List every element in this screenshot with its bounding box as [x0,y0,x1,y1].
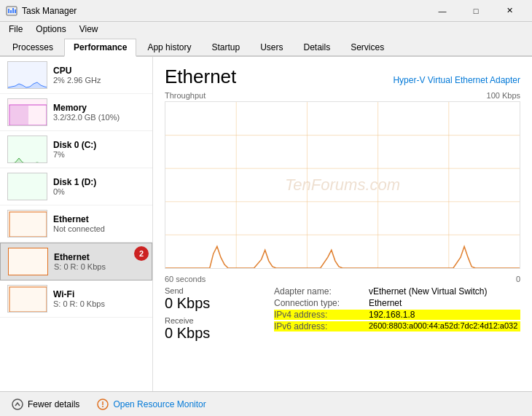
chart-throughput-label: Throughput [165,91,206,100]
svg-rect-2 [10,10,12,13]
wifi-sub: S: 0 R: 0 Kbps [53,299,145,308]
ipv6-val: 2600:8803:a000:44:a52d:7dc2:4d12:a032 [369,321,517,331]
info-row-conntype: Connection type: Ethernet [274,298,520,308]
memory-sub: 3.2/32.0 GB (10%) [53,113,145,122]
chart-time-label: 60 seconds [165,275,206,283]
svg-rect-9 [9,212,47,237]
open-resource-monitor-button[interactable]: Open Resource Monitor [94,397,208,412]
disk1-info: Disk 1 (D:) 0% [53,177,145,196]
app-title: Task Manager [22,6,77,16]
main-content: CPU 2% 2.96 GHz Memory 3.2/32.0 GB (10%) [0,57,532,391]
sidebar-item-wifi[interactable]: Wi-Fi S: 0 R: 0 Kbps [0,280,152,318]
tab-details[interactable]: Details [294,39,340,55]
chart-label-bottom: 60 seconds 0 [165,275,520,283]
conntype-val: Ethernet [369,298,402,308]
wifi-mini-graph [7,285,47,313]
svg-rect-4 [15,9,16,13]
cpu-info: CPU 2% 2.96 GHz [53,66,145,85]
eth1-sub: Not connected [53,224,145,233]
bottom-bar: Fewer details Open Resource Monitor [0,391,532,416]
cpu-sub: 2% 2.96 GHz [53,76,145,85]
tab-processes[interactable]: Processes [3,39,63,55]
sidebar-item-ethernet-notconn[interactable]: Ethernet Not connected [0,205,152,243]
sidebar-item-cpu[interactable]: CPU 2% 2.96 GHz [0,57,152,94]
sidebar-item-disk0[interactable]: Disk 0 (C:) 7% [0,131,152,168]
info-row-ipv4: IPv4 address: 192.168.1.8 [274,310,520,320]
sidebar-item-ethernet-active[interactable]: Ethernet S: 0 R: 0 Kbps 2 [0,243,152,280]
svg-rect-7 [10,106,28,125]
receive-label: Receive [165,316,259,325]
title-bar: Task Manager — □ ✕ [0,0,532,22]
detail-panel: Ethernet Hyper-V Virtual Ethernet Adapte… [153,57,532,391]
fewer-details-button[interactable]: Fewer details [9,397,82,412]
menu-file[interactable]: File [3,23,28,36]
tab-users[interactable]: Users [251,39,292,55]
eth-active-info: Ethernet S: 0 R: 0 Kbps [54,252,144,271]
menu-options[interactable]: Options [30,23,71,36]
sidebar: CPU 2% 2.96 GHz Memory 3.2/32.0 GB (10%) [0,57,153,391]
info-table: Adapter name: vEthernet (New Virtual Swi… [274,286,520,342]
tab-performance[interactable]: Performance [64,39,136,57]
minimize-button[interactable]: — [426,0,459,22]
chart-svg [165,102,520,268]
eth-active-name: Ethernet [54,252,144,262]
disk0-mini-graph [7,136,47,163]
chart-area: TenForums.com [165,101,520,269]
fewer-details-label: Fewer details [28,399,79,409]
ipv6-key: IPv6 address: [274,321,369,331]
eth1-name: Ethernet [53,214,145,224]
chart-label-top: Throughput 100 Kbps [165,91,520,100]
send-stat: Send 0 Kbps [165,286,259,312]
sidebar-item-memory[interactable]: Memory 3.2/32.0 GB (10%) [0,94,152,131]
info-row-adapter: Adapter name: vEthernet (New Virtual Swi… [274,286,520,297]
menu-view[interactable]: View [74,23,104,36]
wifi-name: Wi-Fi [53,289,145,299]
sidebar-item-disk1[interactable]: Disk 1 (D:) 0% [0,168,152,205]
svg-rect-3 [12,8,14,13]
stats-col: Send 0 Kbps Receive 0 Kbps [165,286,259,342]
disk1-name: Disk 1 (D:) [53,177,145,187]
menu-bar: File Options View [0,22,532,36]
svg-point-22 [102,406,103,407]
maximize-button[interactable]: □ [459,0,493,22]
tab-services[interactable]: Services [341,39,394,55]
memory-mini-graph [7,98,47,126]
open-monitor-label: Open Resource Monitor [113,399,206,409]
detail-subtitle: Hyper-V Virtual Ethernet Adapter [393,75,520,85]
chart-min-label: 0 [516,275,520,283]
conntype-key: Connection type: [274,298,369,308]
ipv4-key: IPv4 address: [274,310,369,320]
receive-stat: Receive 0 Kbps [165,316,259,342]
svg-rect-10 [9,287,47,312]
send-label: Send [165,286,259,295]
memory-name: Memory [53,103,145,113]
close-button[interactable]: ✕ [493,0,526,22]
app-icon-area [6,5,17,17]
svg-rect-1 [8,9,9,13]
eth1-mini-graph [7,210,47,238]
wifi-info: Wi-Fi S: 0 R: 0 Kbps [53,289,145,308]
info-row-ipv6: IPv6 address: 2600:8803:a000:44:a52d:7dc… [274,321,520,331]
chart-max-label: 100 Kbps [487,91,520,100]
tab-apphistory[interactable]: App history [138,39,200,55]
eth1-info: Ethernet Not connected [53,214,145,233]
badge-2: 2 [134,246,149,261]
window-controls: — □ ✕ [426,0,526,22]
stats-info-area: Send 0 Kbps Receive 0 Kbps Adapter name:… [165,286,520,342]
tab-bar: Processes Performance App history Startu… [0,36,532,57]
resource-monitor-icon [97,399,109,410]
chevron-up-icon [12,399,23,410]
disk1-mini-graph [7,173,47,200]
eth-active-mini-graph [8,248,48,275]
disk0-name: Disk 0 (C:) [53,140,145,150]
cpu-name: CPU [53,66,145,76]
adapter-val: vEthernet (New Virtual Switch) [369,286,488,297]
detail-title: Ethernet [165,66,236,88]
ipv4-val: 192.168.1.8 [369,310,415,320]
taskmanager-icon [6,5,17,17]
adapter-key: Adapter name: [274,286,369,297]
tab-startup[interactable]: Startup [202,39,249,55]
disk0-sub: 7% [53,150,145,159]
disk0-info: Disk 0 (C:) 7% [53,140,145,159]
receive-value: 0 Kbps [165,325,259,342]
